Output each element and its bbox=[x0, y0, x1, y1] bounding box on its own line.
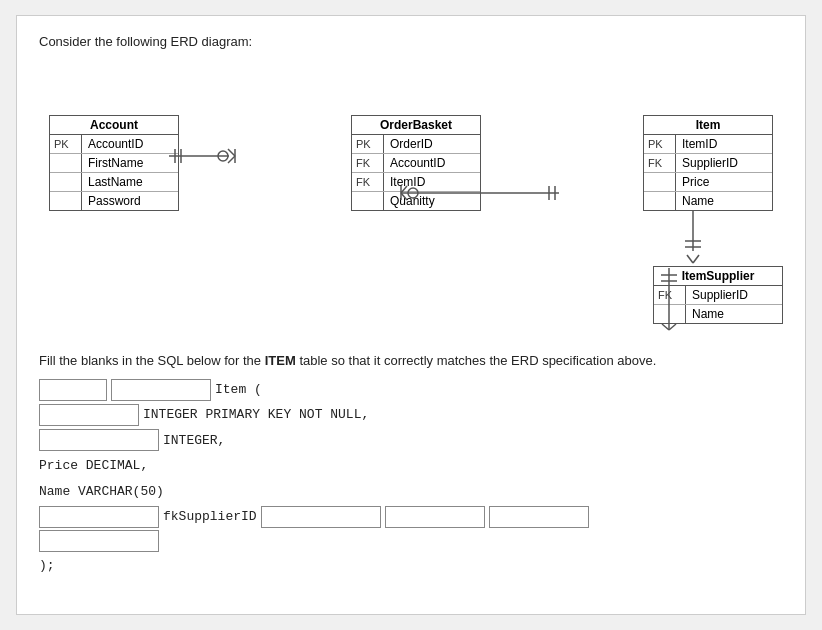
sql-line-7 bbox=[39, 530, 783, 552]
sql-line-1: Item ( bbox=[39, 378, 783, 401]
sql-text-int: INTEGER, bbox=[163, 429, 225, 452]
bold-item: ITEM bbox=[265, 353, 296, 368]
sql-input-table[interactable] bbox=[111, 379, 211, 401]
fill-instruction: Fill the blanks in the SQL below for the… bbox=[39, 353, 783, 368]
sql-input-ref-table[interactable] bbox=[385, 506, 485, 528]
vertical-connector-svg bbox=[643, 211, 783, 266]
sql-line-3: INTEGER, bbox=[39, 429, 783, 452]
sql-input-ref-col[interactable] bbox=[489, 506, 589, 528]
svg-line-17 bbox=[662, 324, 669, 330]
sql-line-2: INTEGER PRIMARY KEY NOT NULL, bbox=[39, 403, 783, 426]
svg-line-22 bbox=[687, 255, 693, 263]
sql-input-constraint[interactable] bbox=[39, 506, 159, 528]
svg-line-5 bbox=[228, 156, 235, 163]
sql-input-supplierid[interactable] bbox=[39, 429, 159, 451]
page-container: Consider the following ERD diagram: bbox=[16, 15, 806, 615]
sql-input-references[interactable] bbox=[261, 506, 381, 528]
sql-text-pk: INTEGER PRIMARY KEY NOT NULL, bbox=[143, 403, 369, 426]
sql-line-5: Name VARCHAR(50) bbox=[39, 480, 783, 503]
sql-line-8: ); bbox=[39, 554, 783, 577]
erd-connectors bbox=[39, 65, 783, 335]
erd-area: Account PK AccountID FirstName LastName … bbox=[39, 65, 783, 335]
svg-line-18 bbox=[669, 324, 676, 330]
svg-line-23 bbox=[693, 255, 699, 263]
connector-space bbox=[643, 211, 783, 266]
svg-line-8 bbox=[401, 186, 407, 193]
sql-text-close: ); bbox=[39, 554, 55, 577]
sql-line-6: fkSupplierID bbox=[39, 505, 783, 528]
intro-text: Consider the following ERD diagram: bbox=[39, 34, 783, 49]
sql-input-itemid[interactable] bbox=[39, 404, 139, 426]
svg-line-9 bbox=[401, 193, 407, 200]
sql-text-item: Item ( bbox=[215, 378, 262, 401]
sql-input-create[interactable] bbox=[39, 379, 107, 401]
sql-text-fk: fkSupplierID bbox=[163, 505, 257, 528]
sql-line-4: Price DECIMAL, bbox=[39, 454, 783, 477]
svg-line-4 bbox=[228, 149, 235, 156]
sql-input-last[interactable] bbox=[39, 530, 159, 552]
sql-text-name: Name VARCHAR(50) bbox=[39, 480, 164, 503]
sql-area: Item ( INTEGER PRIMARY KEY NOT NULL, INT… bbox=[39, 378, 783, 578]
sql-text-price: Price DECIMAL, bbox=[39, 454, 148, 477]
